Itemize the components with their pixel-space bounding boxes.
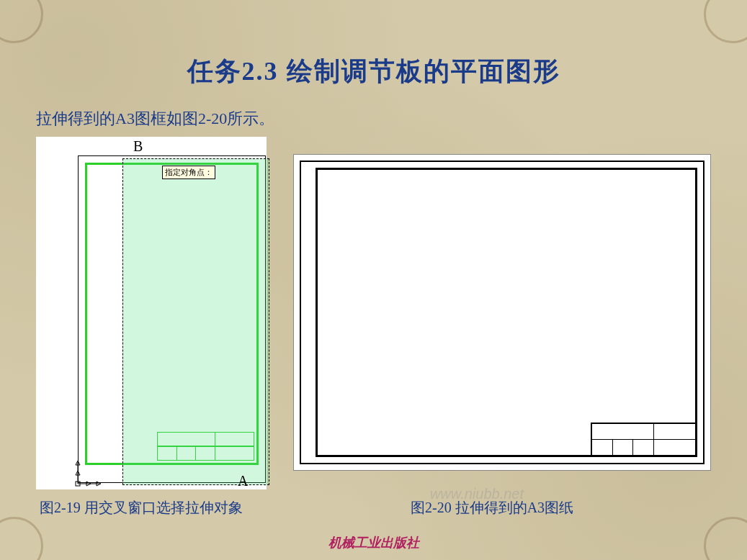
figure-caption-right: 图2-20 拉伸得到的A3图纸 (411, 498, 573, 518)
label-b: B (133, 138, 143, 155)
label-a: A (238, 473, 248, 489)
crossing-selection-window (122, 158, 269, 485)
publisher-label: 机械工业出版社 (0, 534, 747, 551)
tooltip-specify-corner: 指定对角点： (162, 166, 215, 179)
body-text: 拉伸得到的A3图框如图2-20所示。 (36, 108, 274, 130)
page-title: 任务2.3 绘制调节板的平面图形 (0, 54, 747, 89)
ucs-icon (75, 461, 101, 487)
figure-2-19: B 指定对角点： A (36, 137, 267, 489)
a3-inner-frame (316, 168, 697, 457)
title-block (591, 423, 695, 455)
figure-caption-left: 图2-19 用交叉窗口选择拉伸对象 (40, 498, 243, 518)
figure-2-20 (293, 154, 711, 471)
